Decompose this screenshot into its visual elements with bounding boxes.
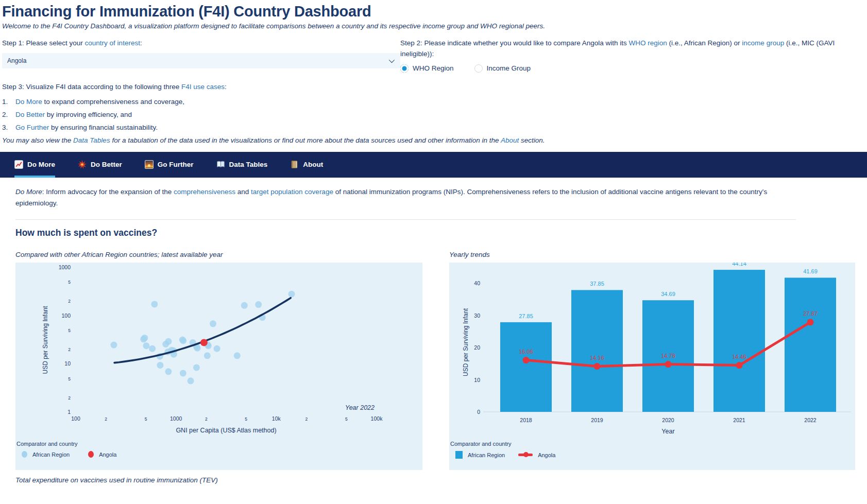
line-point-2018[interactable] [523,357,530,363]
scatter-point-angola[interactable] [200,339,208,346]
scatter-point-african-region[interactable] [193,364,200,371]
starburst-icon [78,160,87,169]
scatter-point-african-region[interactable] [234,353,241,359]
step3-colon: : [225,83,227,91]
desc-and: and [235,188,251,196]
country-select[interactable]: Angola [2,53,400,68]
step2-highlight-income: income group [742,39,784,47]
do-more-rest: to expand comprehensiveness and coverage… [42,98,184,106]
note-data-tables-link: Data Tables [73,136,110,144]
legend-item-african-region-bar[interactable]: African Region [455,451,505,459]
scatter-point-african-region[interactable] [151,301,158,308]
note-text: You may also view the [2,136,73,144]
line-chart-icon [14,160,23,169]
scatter-point-african-region[interactable] [141,335,148,341]
legend-item-angola-line[interactable]: Angola [518,452,555,458]
note-line: You may also view the Data Tables for a … [2,136,852,144]
radio-income-group-label: Income Group [487,64,531,72]
angola-line-icon [518,454,533,456]
scatter-y-axis-label: USD per Surviving Infant [42,306,49,374]
african-region-dot-icon [22,451,27,458]
list-item-go-further: Go Further by ensuring financial sustain… [2,124,852,131]
country-select-value: Angola [7,57,26,64]
tab-about[interactable]: About [290,152,323,178]
scatter-point-african-region[interactable] [149,345,156,352]
sunset-icon [145,160,154,169]
scatter-point-african-region[interactable] [214,345,220,352]
line-point-2019[interactable] [594,363,601,370]
scatter-point-african-region[interactable] [157,362,163,369]
bar-2018[interactable] [500,322,552,412]
legend-item-angola[interactable]: Angola [88,451,116,458]
scatter-panel: 10005210052105211002510002510k25100kUSD … [15,263,422,470]
tab-go-further-label: Go Further [158,161,194,168]
line-value-label: 16.06 [519,349,533,355]
note-about-link: About [501,136,519,144]
y-tick-label: 10 [64,361,71,367]
scatter-point-african-region[interactable] [111,342,117,349]
scatter-point-african-region[interactable] [165,338,172,345]
x-tick-label: 2019 [591,417,603,423]
bar-value-label: 44.14 [732,263,746,267]
scatter-point-african-region[interactable] [255,301,262,308]
scatter-caption: Compared with other African Region count… [15,251,422,258]
scatter-legend-title: Comparator and country [16,441,422,447]
line-value-label: 14.78 [661,353,675,359]
x-tick-label: 5 [345,416,348,422]
bar-2022[interactable] [785,278,836,412]
tab-go-further[interactable]: Go Further [145,152,194,178]
y-tick-label: 5 [68,280,71,285]
legend-african-region-bar-label: African Region [468,452,505,458]
bar-svg[interactable]: 010203040USD per Surviving Infant27.8537… [449,263,855,438]
bar-2019[interactable] [571,290,623,412]
charts-row: Compared with other African Region count… [15,251,867,470]
scatter-point-african-region[interactable] [180,370,186,377]
scatter-point-african-region[interactable] [210,321,216,327]
line-point-2021[interactable] [736,362,743,369]
go-further-rest: by ensuring financial sustainability. [49,124,158,131]
step1-colon: : [140,39,142,47]
scatter-point-african-region[interactable] [241,302,248,309]
y-tick-label: 10 [474,377,480,383]
tab-do-better[interactable]: Do Better [78,152,122,178]
trend-chart-column: Yearly trends 010203040USD per Surviving… [449,251,856,470]
x-tick-label: 100 [71,415,80,422]
line-point-2020[interactable] [665,361,672,368]
tab-data-tables[interactable]: Data Tables [216,152,268,178]
scatter-point-african-region[interactable] [194,345,201,352]
scatter-point-african-region[interactable] [288,291,295,298]
radio-income-group[interactable]: Income Group [474,64,531,73]
scatter-point-african-region[interactable] [180,338,186,344]
step2-block: Step 2: Please indicate whether you woul… [400,38,852,73]
do-better-rest: by improving efficiency, and [45,111,132,118]
scatter-point-african-region[interactable] [188,378,194,385]
trend-panel: 010203040USD per Surviving Infant27.8537… [449,263,855,470]
scatter-point-african-region[interactable] [143,342,149,349]
bar-value-label: 34.69 [661,291,675,297]
do-better-term: Do Better [15,111,45,118]
x-tick-label: 2020 [662,417,674,423]
tab-do-more[interactable]: Do More [14,152,55,178]
section-heading: How much is spent on vaccines? [15,228,852,238]
radio-selected-icon [400,64,409,73]
trend-legend: Comparator and country African Region An… [449,438,855,459]
list-item-do-better: Do Better by improving efficiency, and [2,111,852,118]
line-point-2022[interactable] [807,319,814,326]
y-tick-label: 30 [474,312,480,319]
x-tick-label: 2022 [804,417,817,423]
scatter-point-african-region[interactable] [165,369,172,375]
scatter-svg[interactable]: 10005210052105211002510002510k25100kUSD … [15,263,422,438]
y-tick-label: 2 [68,395,71,401]
y-tick-label: 1000 [59,264,71,270]
year-annotation: Year 2022 [345,404,375,411]
scatter-x-axis-label: GNI per Capita (US$ Atlas method) [176,427,276,434]
x-tick-label: 5 [245,416,247,422]
radio-who-region[interactable]: WHO Region [400,64,454,73]
scatter-point-african-region[interactable] [204,353,211,359]
step1-text: Step 1: Please select your [2,39,85,47]
bar-value-label: 37.85 [590,281,604,287]
bar-2021[interactable] [713,270,765,412]
y-tick-label: 2 [68,347,71,352]
legend-item-african-region[interactable]: African Region [22,451,70,458]
note-text-2: for a tabulation of the data used in the… [110,136,501,144]
